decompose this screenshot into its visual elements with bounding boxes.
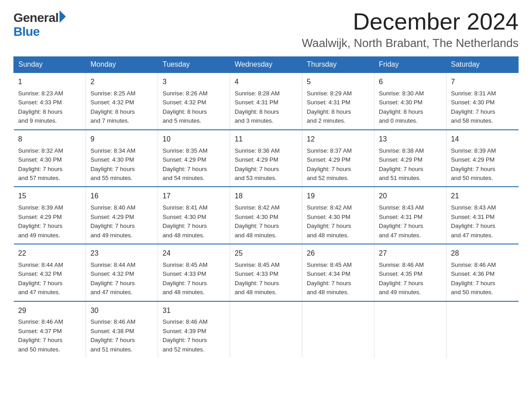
calendar-cell: 29Sunrise: 8:46 AM Sunset: 4:37 PM Dayli… [14, 301, 86, 358]
day-number: 2 [90, 77, 153, 88]
weekday-header-tuesday: Tuesday [158, 57, 230, 73]
calendar-cell: 14Sunrise: 8:39 AM Sunset: 4:29 PM Dayli… [446, 130, 519, 187]
day-info: Sunrise: 8:23 AM Sunset: 4:33 PM Dayligh… [18, 89, 82, 126]
day-info: Sunrise: 8:39 AM Sunset: 4:29 PM Dayligh… [451, 146, 514, 183]
day-number: 11 [235, 134, 297, 145]
day-info: Sunrise: 8:39 AM Sunset: 4:29 PM Dayligh… [18, 203, 82, 240]
day-info: Sunrise: 8:44 AM Sunset: 4:32 PM Dayligh… [18, 261, 82, 297]
week-row-2: 8Sunrise: 8:32 AM Sunset: 4:30 PM Daylig… [14, 130, 519, 187]
day-number: 6 [379, 77, 442, 88]
logo-blue-text: Blue [13, 25, 66, 39]
day-number: 15 [18, 191, 82, 202]
calendar-cell: 26Sunrise: 8:45 AM Sunset: 4:34 PM Dayli… [302, 244, 374, 301]
title-block: December 2024 Waalwijk, North Brabant, T… [302, 9, 519, 50]
calendar-subtitle: Waalwijk, North Brabant, The Netherlands [302, 36, 519, 50]
day-info: Sunrise: 8:45 AM Sunset: 4:34 PM Dayligh… [307, 261, 369, 297]
weekday-header-thursday: Thursday [302, 57, 374, 73]
calendar-cell: 19Sunrise: 8:42 AM Sunset: 4:30 PM Dayli… [302, 187, 374, 244]
calendar-cell: 22Sunrise: 8:44 AM Sunset: 4:32 PM Dayli… [14, 244, 86, 301]
weekday-header-friday: Friday [374, 57, 446, 73]
calendar-cell: 9Sunrise: 8:34 AM Sunset: 4:30 PM Daylig… [86, 130, 158, 187]
day-number: 20 [379, 191, 442, 202]
week-row-5: 29Sunrise: 8:46 AM Sunset: 4:37 PM Dayli… [14, 301, 519, 358]
calendar-cell: 13Sunrise: 8:38 AM Sunset: 4:29 PM Dayli… [374, 130, 446, 187]
calendar-cell: 16Sunrise: 8:40 AM Sunset: 4:29 PM Dayli… [86, 187, 158, 244]
day-info: Sunrise: 8:45 AM Sunset: 4:33 PM Dayligh… [163, 261, 225, 297]
day-number: 1 [18, 77, 82, 88]
weekday-header-sunday: Sunday [14, 57, 86, 73]
day-number: 13 [379, 134, 442, 145]
day-number: 5 [307, 77, 369, 88]
day-number: 28 [451, 248, 514, 259]
day-number: 22 [18, 248, 82, 259]
day-number: 31 [163, 305, 225, 317]
day-info: Sunrise: 8:36 AM Sunset: 4:29 PM Dayligh… [235, 146, 297, 183]
day-info: Sunrise: 8:32 AM Sunset: 4:30 PM Dayligh… [18, 146, 82, 183]
day-info: Sunrise: 8:42 AM Sunset: 4:30 PM Dayligh… [307, 203, 369, 240]
day-info: Sunrise: 8:40 AM Sunset: 4:29 PM Dayligh… [90, 203, 153, 240]
day-number: 8 [18, 134, 82, 145]
day-number: 29 [18, 305, 82, 317]
week-row-1: 1Sunrise: 8:23 AM Sunset: 4:33 PM Daylig… [14, 73, 519, 130]
calendar-cell [446, 301, 519, 358]
calendar-cell: 11Sunrise: 8:36 AM Sunset: 4:29 PM Dayli… [230, 130, 302, 187]
calendar-cell: 25Sunrise: 8:45 AM Sunset: 4:33 PM Dayli… [230, 244, 302, 301]
day-number: 7 [451, 77, 514, 88]
calendar-cell: 24Sunrise: 8:45 AM Sunset: 4:33 PM Dayli… [158, 244, 230, 301]
day-info: Sunrise: 8:28 AM Sunset: 4:31 PM Dayligh… [235, 89, 297, 126]
day-number: 26 [307, 248, 369, 259]
day-number: 30 [90, 305, 153, 317]
weekday-header-wednesday: Wednesday [230, 57, 302, 73]
calendar-cell: 10Sunrise: 8:35 AM Sunset: 4:29 PM Dayli… [158, 130, 230, 187]
day-number: 23 [90, 248, 153, 259]
day-info: Sunrise: 8:46 AM Sunset: 4:39 PM Dayligh… [163, 317, 225, 354]
weekday-header-row: SundayMondayTuesdayWednesdayThursdayFrid… [14, 57, 519, 73]
calendar-cell: 6Sunrise: 8:30 AM Sunset: 4:30 PM Daylig… [374, 73, 446, 130]
logo-arrow-icon [60, 10, 66, 23]
day-info: Sunrise: 8:46 AM Sunset: 4:36 PM Dayligh… [451, 261, 514, 297]
calendar-cell: 3Sunrise: 8:26 AM Sunset: 4:32 PM Daylig… [158, 73, 230, 130]
calendar-cell: 31Sunrise: 8:46 AM Sunset: 4:39 PM Dayli… [158, 301, 230, 358]
week-row-3: 15Sunrise: 8:39 AM Sunset: 4:29 PM Dayli… [14, 187, 519, 244]
day-number: 3 [163, 77, 225, 88]
day-info: Sunrise: 8:35 AM Sunset: 4:29 PM Dayligh… [163, 146, 225, 183]
calendar-cell: 5Sunrise: 8:29 AM Sunset: 4:31 PM Daylig… [302, 73, 374, 130]
day-info: Sunrise: 8:37 AM Sunset: 4:29 PM Dayligh… [307, 146, 369, 183]
day-info: Sunrise: 8:25 AM Sunset: 4:32 PM Dayligh… [90, 89, 153, 126]
calendar-cell: 23Sunrise: 8:44 AM Sunset: 4:32 PM Dayli… [86, 244, 158, 301]
logo-general-text: General [13, 11, 59, 25]
week-row-4: 22Sunrise: 8:44 AM Sunset: 4:32 PM Dayli… [14, 244, 519, 301]
day-number: 4 [235, 77, 297, 88]
day-number: 25 [235, 248, 297, 259]
calendar-cell: 30Sunrise: 8:46 AM Sunset: 4:38 PM Dayli… [86, 301, 158, 358]
day-info: Sunrise: 8:45 AM Sunset: 4:33 PM Dayligh… [235, 261, 297, 297]
calendar-cell [230, 301, 302, 358]
calendar-cell: 17Sunrise: 8:41 AM Sunset: 4:30 PM Dayli… [158, 187, 230, 244]
calendar-cell: 15Sunrise: 8:39 AM Sunset: 4:29 PM Dayli… [14, 187, 86, 244]
day-info: Sunrise: 8:46 AM Sunset: 4:38 PM Dayligh… [90, 317, 153, 354]
calendar-title: December 2024 [302, 9, 519, 34]
calendar-cell: 12Sunrise: 8:37 AM Sunset: 4:29 PM Dayli… [302, 130, 374, 187]
day-info: Sunrise: 8:43 AM Sunset: 4:31 PM Dayligh… [451, 203, 514, 240]
day-number: 12 [307, 134, 369, 145]
day-info: Sunrise: 8:46 AM Sunset: 4:37 PM Dayligh… [18, 317, 82, 354]
day-number: 27 [379, 248, 442, 259]
day-info: Sunrise: 8:42 AM Sunset: 4:30 PM Dayligh… [235, 203, 297, 240]
calendar-cell: 1Sunrise: 8:23 AM Sunset: 4:33 PM Daylig… [14, 73, 86, 130]
calendar-cell: 27Sunrise: 8:46 AM Sunset: 4:35 PM Dayli… [374, 244, 446, 301]
day-number: 24 [163, 248, 225, 259]
calendar-cell: 20Sunrise: 8:43 AM Sunset: 4:31 PM Dayli… [374, 187, 446, 244]
day-info: Sunrise: 8:29 AM Sunset: 4:31 PM Dayligh… [307, 89, 369, 126]
day-info: Sunrise: 8:38 AM Sunset: 4:29 PM Dayligh… [379, 146, 442, 183]
day-number: 19 [307, 191, 369, 202]
day-info: Sunrise: 8:41 AM Sunset: 4:30 PM Dayligh… [163, 203, 225, 240]
calendar-table: SundayMondayTuesdayWednesdayThursdayFrid… [13, 56, 519, 358]
day-number: 21 [451, 191, 514, 202]
day-info: Sunrise: 8:30 AM Sunset: 4:30 PM Dayligh… [379, 89, 442, 126]
calendar-cell: 2Sunrise: 8:25 AM Sunset: 4:32 PM Daylig… [86, 73, 158, 130]
calendar-cell: 8Sunrise: 8:32 AM Sunset: 4:30 PM Daylig… [14, 130, 86, 187]
calendar-cell: 7Sunrise: 8:31 AM Sunset: 4:30 PM Daylig… [446, 73, 519, 130]
calendar-cell [374, 301, 446, 358]
calendar-cell [302, 301, 374, 358]
day-number: 14 [451, 134, 514, 145]
